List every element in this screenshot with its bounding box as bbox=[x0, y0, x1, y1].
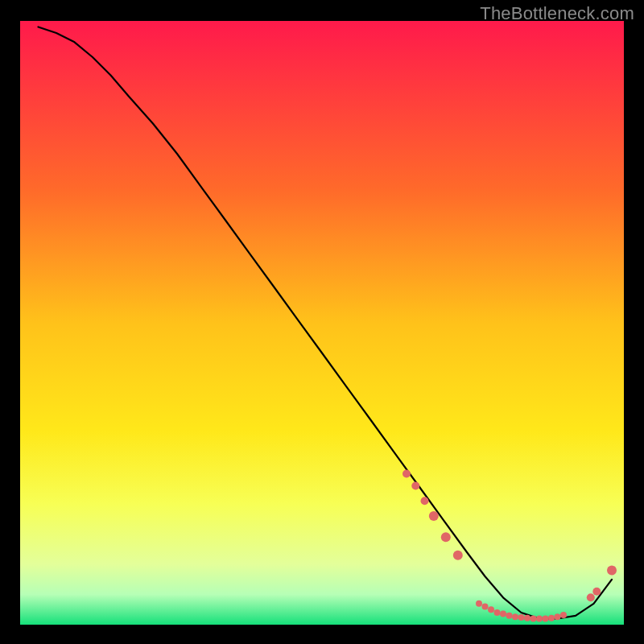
highlight-dot bbox=[524, 615, 530, 621]
highlight-dot bbox=[500, 611, 506, 617]
bottleneck-chart bbox=[0, 0, 644, 644]
highlight-dot bbox=[607, 566, 617, 576]
highlight-dot bbox=[548, 615, 555, 621]
highlight-dot bbox=[476, 601, 482, 607]
highlight-dot bbox=[402, 470, 411, 478]
highlight-dot bbox=[530, 616, 537, 622]
highlight-dot bbox=[411, 482, 419, 490]
highlight-dot bbox=[441, 532, 451, 542]
highlight-dot bbox=[536, 616, 543, 622]
highlight-dot bbox=[512, 613, 518, 620]
highlight-dot bbox=[592, 588, 601, 596]
chart-frame: { "watermark": "TheBottleneck.com", "cha… bbox=[0, 0, 644, 644]
highlight-dot bbox=[555, 613, 561, 620]
highlight-dot bbox=[518, 614, 525, 621]
highlight-dot bbox=[453, 551, 463, 560]
highlight-dot bbox=[482, 604, 489, 610]
highlight-dot bbox=[506, 613, 513, 619]
highlight-dot bbox=[429, 511, 439, 521]
highlight-dot bbox=[421, 497, 429, 505]
highlight-dot bbox=[543, 616, 549, 622]
highlight-dot bbox=[560, 612, 567, 618]
highlight-dot bbox=[488, 606, 494, 613]
plot-background bbox=[20, 21, 624, 625]
highlight-dot bbox=[494, 609, 501, 616]
highlight-dot bbox=[587, 593, 595, 601]
